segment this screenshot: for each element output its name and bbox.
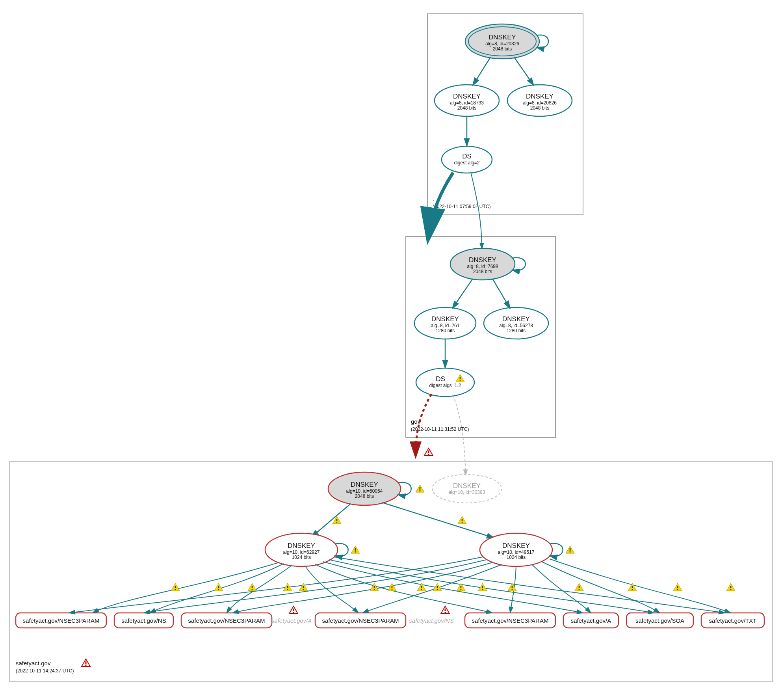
warning-icon [351,546,360,553]
node-root-ksk: DNSKEY alg=8, id=20326 2048 bits [465,24,539,59]
svg-text:DNSKEY: DNSKEY [431,315,459,323]
svg-text:DNSKEY: DNSKEY [526,93,554,100]
svg-text:DNSKEY: DNSKEY [453,93,481,100]
warning-icon [458,516,466,524]
svg-text:safetyact.gov/A: safetyact.gov/A [271,617,312,624]
svg-text:DNSKEY: DNSKEY [453,482,481,490]
svg-text:2048 bits: 2048 bits [457,105,477,111]
svg-text:DNSKEY: DNSKEY [288,542,315,549]
node-gov-ds: DS digest algs=1,2 [416,368,474,397]
svg-text:2048 bits: 2048 bits [473,269,492,274]
node-root-zsk1: DNSKEY alg=8, id=18733 2048 bits [435,85,499,116]
warning-icon [416,485,424,492]
svg-text:alg=8, id=7698: alg=8, id=7698 [467,264,498,269]
node-sa-ksk: DNSKEY alg=10, id=60054 2048 bits [328,472,401,505]
svg-text:safetyact.gov/TXT: safetyact.gov/TXT [709,617,757,624]
node-gov-zsk2: DNSKEY alg=8, id=56278 1280 bits [484,307,548,339]
error-icon [289,606,298,614]
node-root-zsk2: DNSKEY alg=8, id=20826 2048 bits [507,85,572,116]
svg-text:1280 bits: 1280 bits [507,328,526,333]
svg-text:DS: DS [436,375,445,383]
error-icon [424,448,433,456]
svg-text:safetyact.gov/NS: safetyact.gov/NS [409,617,453,624]
svg-text:alg=10, id=49517: alg=10, id=49517 [498,549,535,555]
node-sa-zsk2: DNSKEY alg=10, id=49517 1024 bits [480,533,552,566]
zone-root-ts: (2022-10-11 07:59:02 UTC) [433,204,490,209]
svg-text:2048 bits: 2048 bits [530,105,550,111]
svg-text:1024 bits: 1024 bits [292,555,311,560]
svg-text:alg=8, id=261: alg=8, id=261 [431,323,460,328]
zone-sa-label: safetyact.gov [16,660,51,666]
svg-text:DNSKEY: DNSKEY [502,315,530,323]
svg-text:DNSKEY: DNSKEY [502,542,530,549]
svg-text:safetyact.gov/NSEC3PARAM: safetyact.gov/NSEC3PARAM [188,617,265,624]
node-gov-zsk1: DNSKEY alg=8, id=261 1280 bits [414,307,476,339]
svg-text:safetyact.gov/SOA: safetyact.gov/SOA [635,617,684,624]
svg-text:2048 bits: 2048 bits [493,46,512,52]
svg-text:alg=10, id=62927: alg=10, id=62927 [283,549,320,555]
zone-sa-ts: (2022-10-11 14:24:37 UTC) [16,668,74,674]
svg-text:DS: DS [462,153,472,160]
svg-text:alg=10, id=60054: alg=10, id=60054 [346,488,383,494]
svg-text:2048 bits: 2048 bits [355,493,374,499]
svg-text:digest alg=2: digest alg=2 [454,160,479,166]
error-icon [441,606,450,614]
svg-text:DNSKEY: DNSKEY [469,256,496,264]
svg-text:1024 bits: 1024 bits [507,555,526,560]
svg-text:alg=8, id=56278: alg=8, id=56278 [499,323,533,328]
zone-gov-ts: (2022-10-11 11:31:52 UTC) [411,426,469,432]
dnssec-graph: . (2022-10-11 07:59:02 UTC) DNSKEY alg=8… [0,0,782,700]
node-root-ds: DS digest alg=2 [442,146,492,173]
svg-text:alg=8, id=20826: alg=8, id=20826 [523,100,557,106]
svg-text:alg=10, id=30393: alg=10, id=30393 [449,490,485,495]
node-sa-zsk1: DNSKEY alg=10, id=62927 1024 bits [265,533,338,566]
svg-text:alg=8, id=20326: alg=8, id=20326 [485,41,519,47]
svg-point-34 [416,368,474,397]
svg-text:safetyact.gov/NSEC3PARAM: safetyact.gov/NSEC3PARAM [472,617,549,624]
svg-text:safetyact.gov/NS: safetyact.gov/NS [121,617,166,624]
rr-row: safetyact.gov/NSEC3PARAM safetyact.gov/N… [16,606,764,628]
svg-text:digest algs=1,2: digest algs=1,2 [429,383,461,388]
error-icon [82,659,90,666]
node-sa-ghost: DNSKEY alg=10, id=30393 [432,475,502,503]
svg-text:1280 bits: 1280 bits [436,328,455,333]
zone-root-label: . [433,195,434,202]
svg-text:safetyact.gov/NSEC3PARAM: safetyact.gov/NSEC3PARAM [322,617,399,624]
svg-text:safetyact.gov/A: safetyact.gov/A [571,617,611,624]
svg-text:DNSKEY: DNSKEY [489,34,516,41]
svg-text:safetyact.gov/NSEC3PARAM: safetyact.gov/NSEC3PARAM [23,617,100,624]
warning-icon [566,546,574,553]
svg-text:alg=8, id=18733: alg=8, id=18733 [450,100,484,106]
node-gov-ksk: DNSKEY alg=8, id=7698 2048 bits [450,248,515,280]
svg-text:DNSKEY: DNSKEY [351,481,378,488]
